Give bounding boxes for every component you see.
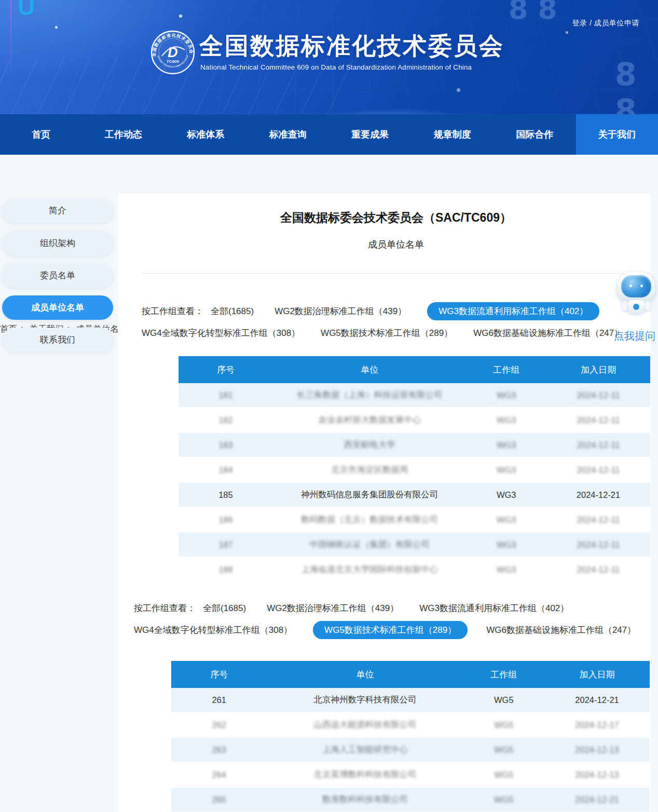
page-title: 全国数据标委会技术委员会（SAC/TC609） xyxy=(142,210,650,226)
col-header-no: 序号 xyxy=(179,364,273,376)
filter-wg5[interactable]: WG5数据技术标准工作组（289） xyxy=(321,327,453,339)
nav-home[interactable]: 首页 xyxy=(0,114,83,155)
logo-letter: D xyxy=(168,45,178,60)
table-row: 187中国钢铁认证（集团）有限公司WG32024-12-11 xyxy=(179,533,650,558)
nav-achievements[interactable]: 重要成果 xyxy=(329,114,412,155)
nav-regulations[interactable]: 规章制度 xyxy=(412,114,494,155)
sidebar-item-intro[interactable]: 简介 xyxy=(2,198,113,223)
filter-wg3-active[interactable]: WG3数据流通利用标准工作组（402） xyxy=(427,302,599,320)
filter-wg4[interactable]: WG4全域数字化转型标准工作组（308） xyxy=(142,327,300,339)
committee-logo: 全国数据标准化技术委员会 NATIONAL TECHNICAL COMMITTE… xyxy=(150,30,195,75)
site-subtitle: National Technical Committee 609 on Data… xyxy=(200,63,472,71)
table-header-row: 序号 单位 工作组 加入日期 xyxy=(179,356,650,383)
title-divider xyxy=(142,273,650,274)
filter-wg2[interactable]: WG2数据治理标准工作组（439） xyxy=(275,305,406,317)
banner-vertical-line xyxy=(10,0,11,88)
filter-wg6[interactable]: WG6数据基础设施标准工作组（247） xyxy=(473,327,623,339)
filter-all[interactable]: 全部(1685) xyxy=(203,602,246,614)
breadcrumb-bar: 首页>关于我们>成员单位名单 xyxy=(0,155,658,193)
table-row: 186数码数据（北京）数据技术有限公司WG32024-12-11 xyxy=(179,508,650,533)
filter-wg2[interactable]: WG2数据治理标准工作组（439） xyxy=(267,602,399,614)
filter-wg5-active[interactable]: WG5数据技术标准工作组（289） xyxy=(313,621,468,639)
col-header-date: 加入日期 xyxy=(544,669,650,681)
nav-standard-query[interactable]: 标准查询 xyxy=(247,114,330,155)
site-title: 全国数据标准化技术委员会 xyxy=(199,30,531,62)
sidebar-item-committee-list[interactable]: 委员名单 xyxy=(2,263,113,288)
table-row: 181长三角数据（上海）科技运营有限公司WG32024-12-11 xyxy=(179,383,650,408)
banner-digits-decoration: 8 8 xyxy=(615,56,658,114)
nav-about-us[interactable]: 关于我们 xyxy=(576,114,658,155)
header-banner: U 8 8 8 8 登录 / 成员单位申请 全国数据标准化技术委员会 NATIO… xyxy=(0,0,658,114)
banner-circuit-glyph: U xyxy=(18,0,35,21)
table-row-highlighted: 261北京神州数字科技有限公司WG52024-12-21 xyxy=(171,688,650,713)
col-header-date: 加入日期 xyxy=(546,364,650,376)
filter-wg3[interactable]: WG3数据流通利用标准工作组（402） xyxy=(419,602,569,614)
chat-assistant-robot[interactable] xyxy=(615,272,657,314)
member-table-wg3: 序号 单位 工作组 加入日期 181长三角数据（上海）科技运营有限公司WG320… xyxy=(179,356,650,583)
table-row: 182农业农村部大数据发展中心WG32024-12-11 xyxy=(179,408,650,433)
banner-dot xyxy=(566,31,568,34)
robot-head-icon xyxy=(618,272,655,303)
filter-label: 按工作组查看： xyxy=(134,602,196,614)
col-header-no: 序号 xyxy=(171,669,267,681)
table-row: 262山西远大能源科技有限公司WG52024-12-17 xyxy=(171,713,650,738)
col-header-org: 单位 xyxy=(267,669,463,681)
workgroup-filter-section-2: 按工作组查看： 全部(1685) WG2数据治理标准工作组（439） WG3数据… xyxy=(134,599,601,639)
robot-face-icon xyxy=(621,275,651,297)
table-header-row: 序号 单位 工作组 加入日期 xyxy=(171,661,650,688)
member-table-wg5: 序号 单位 工作组 加入日期 261北京神州数字科技有限公司WG52024-12… xyxy=(171,661,650,812)
page-subtitle: 成员单位名单 xyxy=(142,238,650,251)
nav-international[interactable]: 国际合作 xyxy=(494,114,576,155)
logo-code: TC609 xyxy=(167,59,180,64)
filter-all[interactable]: 全部(1685) xyxy=(211,305,254,317)
filter-wg4[interactable]: WG4全域数字化转型标准工作组（308） xyxy=(134,624,292,636)
col-header-wg: 工作组 xyxy=(466,364,546,376)
banner-glow-bottom xyxy=(249,78,540,114)
main-navigation: 首页 工作动态 标准体系 标准查询 重要成果 规章制度 国际合作 关于我们 xyxy=(0,114,658,155)
page: U 8 8 8 8 登录 / 成员单位申请 全国数据标准化技术委员会 NATIO… xyxy=(0,0,658,812)
col-header-wg: 工作组 xyxy=(463,669,544,681)
banner-digits-decoration: 8 8 xyxy=(509,0,557,25)
nav-standard-system[interactable]: 标准体系 xyxy=(164,114,247,155)
login-apply-link[interactable]: 登录 / 成员单位申请 xyxy=(572,19,639,28)
table-row: 265数库数科科技有限公司WG52024-12-21 xyxy=(171,788,650,812)
robot-body-icon xyxy=(627,300,646,314)
col-header-org: 单位 xyxy=(273,364,467,376)
ask-me-button[interactable]: 点我提问 xyxy=(611,329,658,343)
table-row: 263上海人工智能研究中心WG52024-12-13 xyxy=(171,738,650,763)
banner-dot xyxy=(179,15,182,18)
filter-wg6[interactable]: WG6数据基础设施标准工作组（247） xyxy=(486,624,636,636)
sidebar-item-contact[interactable]: 联系我们 xyxy=(2,328,113,352)
nav-work-news[interactable]: 工作动态 xyxy=(83,114,165,155)
sidebar-item-structure[interactable]: 组织架构 xyxy=(2,231,113,255)
banner-dot xyxy=(457,88,460,92)
workgroup-filter-section-1: 按工作组查看： 全部(1685) WG2数据治理标准工作组（439） WG3数据… xyxy=(142,302,609,342)
table-row: 264北京英博数科科技有限公司WG52024-12-13 xyxy=(171,763,650,788)
filter-label: 按工作组查看： xyxy=(142,305,203,317)
table-row: 184北京市海淀区数据局WG32024-12-11 xyxy=(179,458,650,483)
table-row-highlighted: 185神州数码信息服务集团股份有限公司WG32024-12-21 xyxy=(179,483,650,508)
banner-dot xyxy=(55,26,58,29)
sidebar-item-member-units[interactable]: 成员单位名单 xyxy=(2,295,113,320)
table-row: 183西安邮电大学WG32024-12-11 xyxy=(179,433,650,458)
table-row: 188上海临港北京大学国际科技创新中心WG32024-12-11 xyxy=(179,558,650,583)
